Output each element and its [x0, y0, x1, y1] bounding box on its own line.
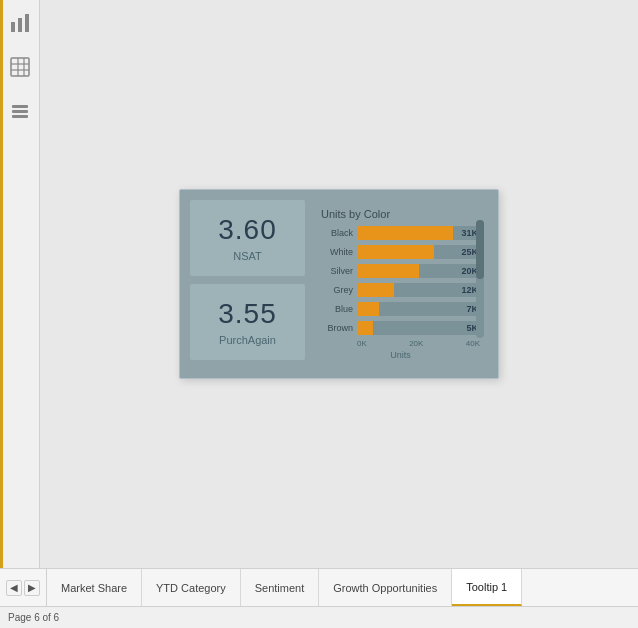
units-by-color-chart: Units by Color Black31KWhite25KSilver20K… [313, 200, 488, 368]
svg-rect-0 [11, 22, 15, 32]
svg-rect-3 [11, 58, 29, 76]
svg-rect-2 [25, 14, 29, 32]
bar-label: Black [321, 228, 353, 238]
tabs-container: Market ShareYTD CategorySentimentGrowth … [47, 569, 638, 606]
layers-icon[interactable] [7, 98, 33, 124]
nsat-label: NSAT [233, 250, 262, 262]
bar-label: Brown [321, 323, 353, 333]
axis-title: Units [321, 350, 480, 360]
tab-bar: ◀ ▶ Market ShareYTD CategorySentimentGro… [0, 568, 638, 606]
tab-prev-button[interactable]: ◀ [6, 580, 22, 596]
bar-fill [357, 264, 419, 278]
bar-label: Blue [321, 304, 353, 314]
x-axis-label: 20K [409, 339, 423, 348]
bar-row: Blue7K [321, 302, 480, 316]
x-axis-label: 0K [357, 339, 367, 348]
bar-container: 7K [357, 302, 480, 316]
tab-market-share[interactable]: Market Share [47, 569, 142, 606]
purchagain-label: PurchAgain [219, 334, 276, 346]
svg-rect-1 [18, 18, 22, 32]
bar-row: Grey12K [321, 283, 480, 297]
nsat-metric-box: 3.60 NSAT [190, 200, 305, 276]
bar-chart: Black31KWhite25KSilver20KGrey12KBlue7KBr… [321, 226, 480, 335]
svg-rect-8 [12, 105, 28, 108]
bar-label: Grey [321, 285, 353, 295]
tab-sentiment[interactable]: Sentiment [241, 569, 320, 606]
tab-next-button[interactable]: ▶ [24, 580, 40, 596]
tab-tooltip-1[interactable]: Tooltip 1 [452, 569, 522, 606]
bar-fill [357, 283, 394, 297]
status-bar: Page 6 of 6 [0, 606, 638, 628]
chart-x-axis: 0K20K40K [321, 339, 480, 348]
purchagain-metric-box: 3.55 PurchAgain [190, 284, 305, 360]
tab-navigation: ◀ ▶ [0, 569, 47, 606]
metric-panels: 3.60 NSAT 3.55 PurchAgain [190, 200, 305, 368]
x-axis-label: 40K [466, 339, 480, 348]
main-area: 3.60 NSAT 3.55 PurchAgain Units by Color… [0, 0, 638, 568]
svg-rect-9 [12, 110, 28, 113]
nsat-value: 3.60 [218, 214, 277, 246]
bar-label: White [321, 247, 353, 257]
sidebar [0, 0, 40, 568]
bar-row: Brown5K [321, 321, 480, 335]
bar-row: Black31K [321, 226, 480, 240]
bar-fill [357, 226, 453, 240]
bar-chart-icon[interactable] [7, 10, 33, 36]
sidebar-accent [0, 0, 3, 568]
bar-background [357, 321, 480, 335]
bar-container: 12K [357, 283, 480, 297]
bar-row: White25K [321, 245, 480, 259]
tab-growth-opportunities[interactable]: Growth Opportunities [319, 569, 452, 606]
scrollbar-thumb[interactable] [476, 220, 484, 279]
tab-ytd-category[interactable]: YTD Category [142, 569, 241, 606]
bar-container: 25K [357, 245, 480, 259]
svg-rect-10 [12, 115, 28, 118]
tooltip-card: 3.60 NSAT 3.55 PurchAgain Units by Color… [179, 189, 499, 379]
bar-fill [357, 321, 373, 335]
bar-container: 5K [357, 321, 480, 335]
content-area: 3.60 NSAT 3.55 PurchAgain Units by Color… [40, 0, 638, 568]
purchagain-value: 3.55 [218, 298, 277, 330]
chart-scrollbar[interactable] [476, 220, 484, 338]
table-icon[interactable] [7, 54, 33, 80]
bar-container: 20K [357, 264, 480, 278]
bar-row: Silver20K [321, 264, 480, 278]
bar-container: 31K [357, 226, 480, 240]
page-info: Page 6 of 6 [8, 612, 59, 623]
bar-label: Silver [321, 266, 353, 276]
bar-fill [357, 245, 434, 259]
bar-fill [357, 302, 379, 316]
chart-title: Units by Color [321, 208, 480, 220]
